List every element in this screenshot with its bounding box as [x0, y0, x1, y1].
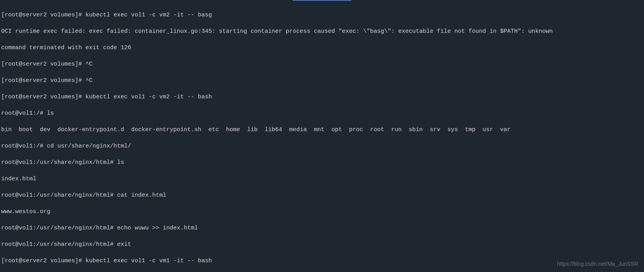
terminal-line: index.html: [1, 175, 643, 183]
terminal-line: root@vol1:/usr/share/nginx/html# cat ind…: [1, 191, 643, 199]
terminal-line: command terminated with exit code 126: [1, 44, 643, 52]
terminal-line: [root@server2 volumes]# ^C: [1, 60, 643, 68]
terminal-line: root@vol1:/usr/share/nginx/html# ls: [1, 158, 643, 167]
window-top-bar: [0, 0, 644, 1]
terminal-line: bin boot dev docker-entrypoint.d docker-…: [1, 126, 643, 134]
terminal-line: root@vol1:/usr/share/nginx/html# exit: [1, 240, 643, 249]
terminal-line: [root@server2 volumes]# ^C: [1, 76, 643, 85]
terminal-line: www.westos.org: [1, 208, 643, 216]
terminal-output[interactable]: [root@server2 volumes]# kubectl exec vol…: [0, 1, 644, 272]
terminal-line: [root@server2 volumes]# kubectl exec vol…: [1, 93, 643, 101]
terminal-line: root@vol1:/# cd usr/share/nginx/html/: [1, 142, 643, 150]
watermark-text: https://blog.csdn.net/Ma_JunSSR: [557, 260, 638, 268]
terminal-line: OCI runtime exec failed: exec failed: co…: [1, 27, 643, 36]
terminal-line: root@vol1:/usr/share/nginx/html# echo wu…: [1, 224, 643, 232]
terminal-line: [root@server2 volumes]# kubectl exec vol…: [1, 11, 643, 19]
terminal-line: [root@server2 volumes]# kubectl exec vol…: [1, 257, 643, 265]
terminal-line: root@vol1:/# ls: [1, 109, 643, 117]
